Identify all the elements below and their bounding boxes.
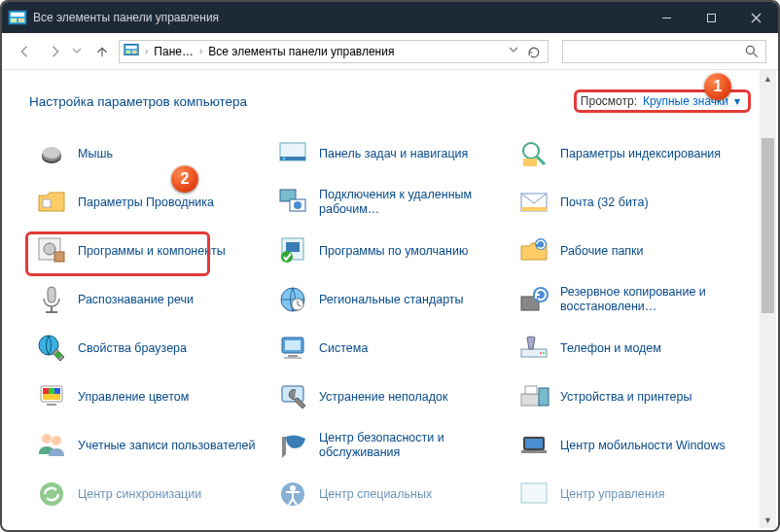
svg-rect-51 — [284, 357, 301, 359]
navbar: › Пане… › Все элементы панели управления — [2, 33, 778, 70]
item-label: Система — [319, 341, 368, 356]
default-programs-icon — [276, 234, 309, 267]
item-label: Телефон и модем — [560, 341, 661, 356]
item-troubleshooting[interactable]: Устранение неполадок — [270, 375, 504, 418]
item-remote-connections[interactable]: Подключения к удаленным рабочим… — [270, 181, 504, 224]
item-taskbar[interactable]: Панель задач и навигация — [270, 132, 504, 175]
phone-modem-icon — [517, 332, 550, 365]
svg-point-20 — [523, 143, 539, 159]
item-devices-printers[interactable]: Устройства и принтеры — [512, 375, 745, 418]
svg-point-30 — [44, 243, 55, 255]
item-programs-and-features[interactable]: Программы и компоненты — [29, 230, 263, 272]
item-regional-settings[interactable]: Региональные стандарты — [270, 278, 504, 321]
address-bar[interactable]: › Пане… › Все элементы панели управления — [119, 40, 549, 63]
crumb-sep-icon: › — [197, 46, 204, 56]
item-label: Учетные записи пользователей — [78, 439, 256, 453]
item-mobility-center[interactable]: Центр мобильности Windows — [512, 424, 745, 467]
up-button[interactable] — [91, 40, 113, 63]
item-label: Программы по умолчанию — [319, 244, 468, 259]
breadcrumb-item[interactable]: Пане… — [154, 45, 194, 58]
item-label: Мышь — [78, 147, 113, 161]
item-default-programs[interactable]: Программы по умолчанию — [270, 230, 504, 272]
item-label: Панель задач и навигация — [319, 147, 468, 161]
mouse-icon — [35, 137, 68, 170]
svg-rect-9 — [125, 46, 136, 49]
svg-rect-23 — [43, 199, 51, 207]
folder-options-icon — [35, 186, 68, 219]
svg-point-70 — [40, 482, 63, 506]
item-label: Параметры индексирования — [560, 147, 721, 161]
item-label: Программы и компоненты — [78, 244, 226, 259]
forward-button[interactable] — [43, 40, 66, 63]
internet-options-icon — [35, 332, 68, 365]
search-icon — [744, 44, 760, 62]
annotation-1: 1 — [704, 73, 731, 100]
item-color-management[interactable]: Управление цветом — [29, 375, 263, 418]
item-indexing[interactable]: Параметры индексирования — [512, 132, 745, 175]
item-label: Управление цветом — [78, 390, 189, 405]
item-speech-recognition[interactable]: Распознавание речи — [29, 278, 263, 321]
svg-rect-11 — [132, 51, 137, 53]
item-control-center[interactable]: Центр управления — [512, 473, 745, 515]
region-icon — [276, 283, 309, 316]
item-internet-options[interactable]: Свойства браузера — [29, 327, 263, 370]
close-button[interactable] — [733, 2, 778, 33]
item-label: Свойства браузера — [78, 341, 187, 356]
view-by-label: Просмотр: — [581, 94, 637, 108]
control-panel-small-icon — [124, 42, 139, 60]
work-folders-icon — [517, 234, 550, 267]
svg-point-19 — [283, 158, 286, 160]
item-backup-restore[interactable]: Резервное копирование и восстановлени… — [512, 278, 745, 321]
svg-rect-62 — [521, 394, 541, 406]
svg-line-21 — [537, 157, 545, 164]
item-mail[interactable]: Почта (32 бита) — [512, 181, 745, 224]
item-label: Распознавание речи — [78, 293, 194, 307]
item-security-maintenance[interactable]: Центр безопасности и обслуживания — [270, 424, 504, 467]
mail-icon — [517, 186, 550, 219]
svg-rect-10 — [125, 51, 130, 53]
search-input[interactable] — [562, 40, 766, 63]
item-label: Резервное копирование и восстановлени… — [560, 285, 739, 314]
heading-row: Настройка параметров компьютера Просмотр… — [29, 89, 751, 113]
item-phone-modem[interactable]: Телефон и модем — [512, 327, 745, 370]
items-grid: Мышь Панель задач и навигация Параметры … — [29, 132, 751, 515]
content-area: Настройка параметров компьютера Просмотр… — [2, 70, 778, 530]
svg-rect-56 — [43, 388, 49, 394]
window-title: Все элементы панели управления — [33, 11, 219, 24]
crumb-sep-icon: › — [143, 46, 150, 56]
chevron-down-icon: ▾ — [734, 94, 740, 108]
breadcrumb-item[interactable]: Все элементы панели управления — [208, 45, 394, 58]
item-work-folders[interactable]: Рабочие папки — [512, 230, 745, 272]
svg-point-26 — [294, 201, 301, 209]
minimize-button[interactable] — [644, 2, 689, 33]
address-dropdown-button[interactable] — [509, 45, 518, 56]
svg-point-53 — [540, 352, 542, 354]
svg-rect-63 — [525, 386, 537, 394]
item-label: Параметры Проводника — [78, 195, 214, 210]
item-label: Центр безопасности и обслуживания — [319, 431, 498, 460]
svg-rect-59 — [43, 394, 60, 400]
item-sync-center[interactable]: Центр синхронизации — [29, 473, 263, 515]
svg-point-34 — [281, 251, 293, 263]
recent-locations-button[interactable] — [72, 45, 86, 58]
item-mouse[interactable]: Мышь — [29, 132, 263, 175]
devices-printers-icon — [517, 380, 550, 413]
item-label: Центр синхронизации — [78, 487, 201, 502]
svg-point-12 — [746, 46, 754, 53]
item-explorer-options[interactable]: Параметры Проводника — [29, 181, 263, 224]
item-user-accounts[interactable]: Учетные записи пользователей — [29, 424, 263, 467]
refresh-button[interactable] — [524, 43, 544, 62]
svg-rect-22 — [523, 159, 537, 166]
maximize-button[interactable] — [689, 2, 733, 33]
item-label: Почта (32 бита) — [560, 195, 649, 210]
svg-point-65 — [42, 434, 52, 443]
svg-rect-49 — [285, 340, 301, 350]
back-button[interactable] — [14, 40, 37, 63]
ease-of-access-icon — [276, 478, 309, 511]
item-system[interactable]: Система — [270, 327, 504, 370]
svg-rect-2 — [11, 18, 17, 22]
item-label: Рабочие папки — [560, 244, 644, 259]
item-ease-of-access[interactable]: Центр специальных — [270, 473, 504, 515]
titlebar: Все элементы панели управления — [2, 2, 778, 33]
control-panel-icon — [8, 10, 27, 25]
